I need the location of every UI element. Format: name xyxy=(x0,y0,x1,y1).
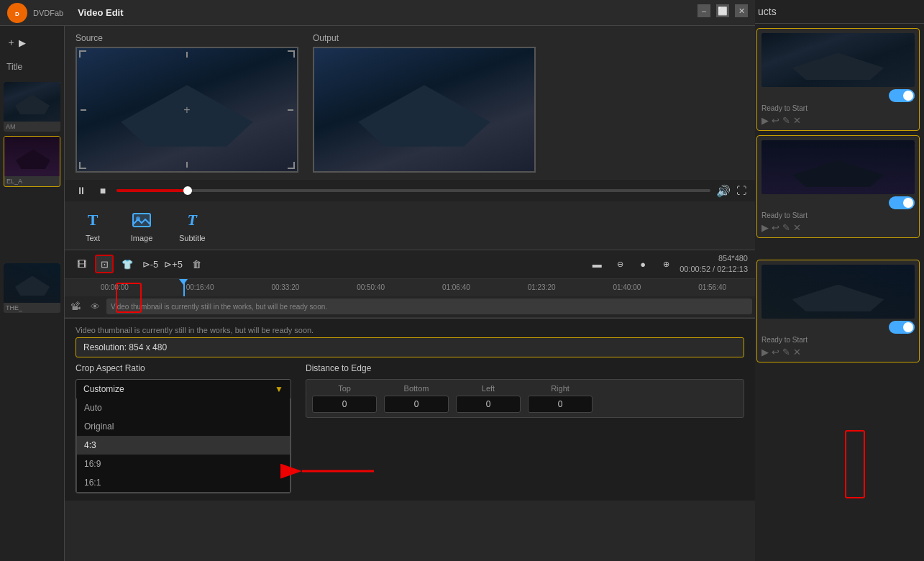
dot-button[interactable]: ● xyxy=(633,255,652,273)
left-sidebar: ＋ ▶ Title − AM xyxy=(0,26,65,561)
restore-button[interactable]: ⬜ xyxy=(716,4,729,17)
text-tool[interactable]: T Text xyxy=(76,206,110,245)
zoom-in-button[interactable]: ⊕ xyxy=(657,255,675,273)
progress-fill xyxy=(116,189,188,192)
crop-option-original[interactable]: Original xyxy=(77,417,290,436)
queue-item-2-thumb xyxy=(761,140,915,194)
crop-section: Crop Aspect Ratio Customize ▼ Auto Origi… xyxy=(76,363,744,493)
left-input[interactable] xyxy=(456,396,521,413)
queue-item-2-pen[interactable]: ✎ xyxy=(782,222,790,233)
preview-area: Source xyxy=(65,26,755,180)
crop-right-marker xyxy=(288,109,293,111)
sidebar-item-2[interactable]: − AM EL_A xyxy=(4,136,60,187)
image-tool[interactable]: Image xyxy=(124,206,159,245)
ruler-7: 01:56:40 xyxy=(669,283,755,291)
pause-button[interactable]: ⏸ xyxy=(73,183,89,199)
ruler-2: 00:33:20 xyxy=(243,283,329,291)
playback-bar: ⏸ ■ 🔊 ⛶ xyxy=(65,180,755,201)
queue-item-2-play[interactable]: ▶ xyxy=(761,222,769,233)
distance-inputs: Top Bottom Left Right xyxy=(306,379,744,418)
zoom-out-button[interactable]: ⊖ xyxy=(610,255,629,273)
track-notice: Video thumbnail is currently still in th… xyxy=(111,303,327,311)
top-header: Top xyxy=(312,384,377,393)
right-header: Right xyxy=(528,384,593,393)
crop-option-161[interactable]: 16:1 xyxy=(77,473,290,492)
track-eye[interactable]: 👁 xyxy=(86,301,104,312)
crop-option-43[interactable]: 4:3 xyxy=(77,436,290,455)
sidebar-item-2-label: EL_A xyxy=(4,176,60,186)
subtitle-tool[interactable]: T Subtitle xyxy=(173,206,211,245)
queue-item-1-toggle[interactable] xyxy=(889,89,915,102)
stop-button[interactable]: ■ xyxy=(95,183,111,199)
sidebar-item-3[interactable]: − THE_ xyxy=(4,263,60,313)
resolution-bar: Resolution: 854 x 480 xyxy=(76,337,744,357)
crop-option-auto[interactable]: Auto xyxy=(77,398,290,417)
sidebar-item-3-label: THE_ xyxy=(4,303,60,313)
titlebar: D DVDFab Video Edit – ⬜ ✕ xyxy=(0,0,755,26)
crop-option-169[interactable]: 16:9 xyxy=(77,455,290,473)
progress-bar[interactable] xyxy=(116,189,710,192)
queue-item-3-pen[interactable]: ✎ xyxy=(782,347,790,357)
queue-item-1-back[interactable]: ↩ xyxy=(772,115,779,126)
subtitle-icon: T xyxy=(180,209,203,232)
right-input[interactable] xyxy=(528,396,593,413)
minimize-button[interactable]: – xyxy=(697,4,710,17)
film-strip-button[interactable]: 🎞 xyxy=(72,255,91,273)
step-back-button[interactable]: ⊳-5 xyxy=(141,255,160,273)
queue-item-2-toggle[interactable] xyxy=(889,196,915,209)
sidebar-item-2-thumb xyxy=(4,137,60,176)
add-label: ▶ xyxy=(19,37,26,48)
crop-corner-bl xyxy=(79,162,86,169)
queue-item-1-x[interactable]: ✕ xyxy=(793,115,801,126)
text-icon-symbol: T xyxy=(88,211,99,229)
queue-item-3-status: Ready to Start xyxy=(761,336,915,344)
timeline-ruler: 00:00:00 00:16:40 00:33:20 00:50:40 01:0… xyxy=(65,279,755,296)
queue-item-3-thumb xyxy=(761,265,915,319)
sidebar-item-1-thumb xyxy=(4,82,60,122)
step-forward-button[interactable]: ⊳+5 xyxy=(164,255,183,273)
add-button[interactable]: ＋ ▶ xyxy=(4,33,60,52)
progress-thumb xyxy=(183,186,192,195)
sidebar-item-3-thumb xyxy=(4,263,60,303)
edit-toolbar: T Text Image xyxy=(65,201,755,250)
crop-corner-br xyxy=(288,162,295,169)
queue-item-2-back[interactable]: ↩ xyxy=(772,222,779,233)
ruler-0: 00:00:00 xyxy=(72,283,157,291)
distance-label: Distance to Edge xyxy=(306,363,744,373)
crop-bottom-marker xyxy=(186,162,188,168)
queue-item-3-toggle[interactable] xyxy=(889,321,915,334)
queue-item-2-x[interactable]: ✕ xyxy=(793,222,801,233)
queue-item-1-play[interactable]: ▶ xyxy=(761,115,769,126)
top-input[interactable] xyxy=(312,396,377,413)
delete-button[interactable]: 🗑 xyxy=(187,255,206,273)
queue-item-1-pen[interactable]: ✎ xyxy=(782,115,790,126)
t-shirt-button[interactable]: 👕 xyxy=(118,255,137,273)
queue-item-3-controls: ▶ ↩ ✎ ✕ xyxy=(761,347,915,357)
plus-icon: ＋ xyxy=(6,36,16,49)
queue-item-1-status: Ready to Start xyxy=(761,104,915,112)
close-button[interactable]: ✕ xyxy=(735,4,748,17)
queue-item-3-back[interactable]: ↩ xyxy=(772,347,779,357)
bottom-header: Bottom xyxy=(384,384,449,393)
queue-item-2: ✕ Ready to Start ▶ ↩ ✎ ✕ xyxy=(756,135,920,238)
queue-item-1-thumb xyxy=(761,33,915,87)
crop-dropdown-selected[interactable]: Customize ▼ xyxy=(76,380,291,398)
track-video: 📽 👁 Video thumbnail is currently still i… xyxy=(65,296,755,318)
crop-aspect-label: Crop Aspect Ratio xyxy=(76,363,291,373)
sidebar-items: − AM − AM xyxy=(4,82,60,313)
subtitle-bar-button[interactable]: ▬ xyxy=(587,255,606,273)
ruler-1: 00:16:40 xyxy=(157,283,243,291)
bottom-input[interactable] xyxy=(384,396,449,413)
subtitle-label: Subtitle xyxy=(179,234,206,242)
video-edit-window: D DVDFab Video Edit – ⬜ ✕ ＋ ▶ Title xyxy=(0,0,755,561)
image-icon xyxy=(130,209,153,232)
queue-item-3-x[interactable]: ✕ xyxy=(793,347,801,357)
crop-tool-button[interactable]: ⊡ xyxy=(95,255,114,273)
fullscreen-icon[interactable]: ⛶ xyxy=(736,185,746,196)
queue-item-3-play[interactable]: ▶ xyxy=(761,347,769,357)
source-frame: + xyxy=(76,47,298,173)
source-image: + xyxy=(77,48,297,171)
ruler-5: 01:23:20 xyxy=(499,283,585,291)
sidebar-item-1[interactable]: − AM xyxy=(4,82,60,132)
volume-icon[interactable]: 🔊 xyxy=(716,184,731,198)
